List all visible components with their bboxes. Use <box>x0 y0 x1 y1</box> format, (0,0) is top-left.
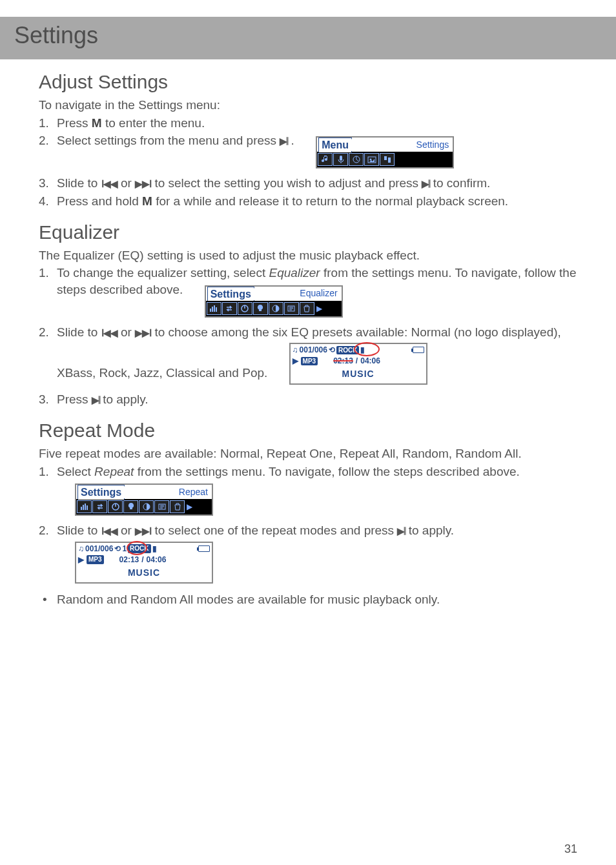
lcd-label: Repeat <box>179 486 210 498</box>
text: to enter the menu. <box>102 116 205 130</box>
svg-rect-14 <box>83 505 84 510</box>
contrast-icon <box>269 302 283 315</box>
text: to apply. <box>99 392 149 406</box>
note-icon: ♫ <box>293 345 298 355</box>
lcd-icon-row: ▶ <box>76 499 212 514</box>
scroll-arrow-icon: ▶ <box>185 502 192 512</box>
lcd-playback-eq: ♫ 001/006 ⟲ ROCK ▮ ▶ MP3 02:13 / <box>289 343 427 385</box>
track-count: 001/006 <box>85 544 113 554</box>
svg-rect-6 <box>210 309 211 312</box>
prev-icon: ꓲ◀◀ <box>101 327 118 338</box>
elapsed-time: 02:13 <box>333 356 353 366</box>
text: to apply. <box>405 524 454 537</box>
note-icon: ♫ <box>78 544 84 554</box>
eq-step-1: 1. To change the equalizer setting, sele… <box>39 265 577 323</box>
m-key: M <box>92 116 102 130</box>
repeat-icon <box>92 500 107 513</box>
next-icon: ▶▶ꓲ <box>135 327 151 338</box>
text: . <box>287 134 294 147</box>
adjust-step-2: 2. Select settings from the menu and pre… <box>39 132 577 174</box>
power-icon <box>108 500 123 513</box>
delete-icon <box>300 302 314 315</box>
svg-rect-4 <box>384 156 387 160</box>
eq-step-3: 3. Press ▶𝄁 to apply. <box>39 391 577 408</box>
music-icon <box>318 153 333 166</box>
manual-page: Settings Adjust Settings To navigate in … <box>0 17 616 865</box>
light-icon <box>123 500 138 513</box>
battery-icon <box>413 347 424 353</box>
next-icon: ▶▶ꓲ <box>135 178 151 189</box>
prev-icon: ꓲ◀◀ <box>101 178 118 189</box>
play-pause-icon: ▶𝄁 <box>92 394 99 405</box>
svg-rect-8 <box>214 305 215 312</box>
repeat-note: Random and Random All modes are availabl… <box>39 591 577 608</box>
svg-rect-16 <box>87 505 88 510</box>
track-title: MUSIC <box>291 366 426 383</box>
eq-badge: ROCK <box>128 544 150 553</box>
total-time: 04:06 <box>360 356 380 366</box>
elapsed-time: 02:13 <box>119 555 139 565</box>
svg-rect-13 <box>81 507 82 510</box>
lcd-icon-row <box>317 152 453 167</box>
settings-icon <box>380 153 395 166</box>
voice-icon <box>333 153 348 166</box>
delete-icon <box>170 500 185 513</box>
heading-repeat-mode: Repeat Mode <box>39 420 577 442</box>
repeat-intro: Five repeat modes are available: Normal,… <box>39 445 577 462</box>
light-icon <box>253 302 268 315</box>
mp3-badge: MP3 <box>301 357 318 366</box>
lcd-label: Equalizer <box>300 287 340 300</box>
lcd-tab: Menu <box>318 137 352 152</box>
power-icon <box>238 302 252 315</box>
lcd-settings-equalizer: Settings Equalizer ▶ <box>205 285 343 318</box>
play-pause-icon: ▶𝄁 <box>280 136 287 147</box>
adjust-step-1: 1. Press M to enter the menu. <box>39 115 577 132</box>
eq-step-2: 2. Slide to ꓲ◀◀ or ▶▶ꓲ to choose among t… <box>39 324 577 391</box>
text: Press and hold <box>57 194 142 208</box>
contrast-icon <box>139 500 154 513</box>
text: or <box>118 325 135 339</box>
text: Select <box>57 465 94 478</box>
repeat-term: Repeat <box>94 465 134 478</box>
text: Press <box>57 116 92 130</box>
equalizer-term: Equalizer <box>269 266 320 280</box>
repeat-icon <box>222 302 237 315</box>
total-time: 04:06 <box>147 555 167 565</box>
text: to select one of the repeat modes and pr… <box>151 524 397 537</box>
page-title: Settings <box>14 22 602 49</box>
play-icon: ▶ <box>78 555 84 565</box>
repeat-step-2: 2. Slide to ꓲ◀◀ or ▶▶ꓲ to select one of … <box>39 522 577 589</box>
lcd-tab: Settings <box>77 485 125 500</box>
svg-rect-0 <box>340 156 342 161</box>
eq-badge: ROCK <box>336 346 359 355</box>
next-icon: ▶▶ꓲ <box>135 525 151 536</box>
text: Press <box>57 392 92 406</box>
text: from the settings menu. To navigate, fol… <box>134 465 519 478</box>
text: Slide to <box>57 325 101 339</box>
play-pause-icon: ▶𝄁 <box>422 178 429 189</box>
play-icon: ▶ <box>293 356 298 366</box>
adjust-intro: To navigate in the Settings menu: <box>39 97 577 114</box>
text: To change the equalizer setting, select <box>57 266 269 280</box>
battery-icon <box>198 545 210 552</box>
repeat-notes: Random and Random All modes are availabl… <box>39 591 577 608</box>
lcd-settings-repeat: Settings Repeat ▶ <box>75 483 213 516</box>
play-pause-icon: ▶𝄁 <box>397 525 405 536</box>
eq-icon <box>207 302 221 315</box>
svg-rect-9 <box>216 307 217 312</box>
photo-icon <box>364 153 379 166</box>
track-title: MUSIC <box>76 565 212 582</box>
repeat-steps: 1. Select Repeat from the settings menu.… <box>39 463 577 589</box>
lcd-icon-row: ▶ <box>206 301 342 316</box>
eq-icon <box>77 500 92 513</box>
page-content: Adjust Settings To navigate in the Setti… <box>0 59 616 607</box>
text: Slide to <box>57 176 101 190</box>
lcd-label: Settings <box>416 139 452 151</box>
heading-equalizer: Equalizer <box>39 221 577 243</box>
repeat-step-1: 1. Select Repeat from the settings menu.… <box>39 463 577 522</box>
scroll-arrow-icon: ▶ <box>315 303 322 314</box>
repeat-one: 1 <box>122 544 127 554</box>
text: for a while and release it to return to … <box>152 194 508 208</box>
page-number: 31 <box>564 842 577 856</box>
adjust-step-3: 3. Slide to ꓲ◀◀ or ▶▶ꓲ to select the set… <box>39 175 577 192</box>
